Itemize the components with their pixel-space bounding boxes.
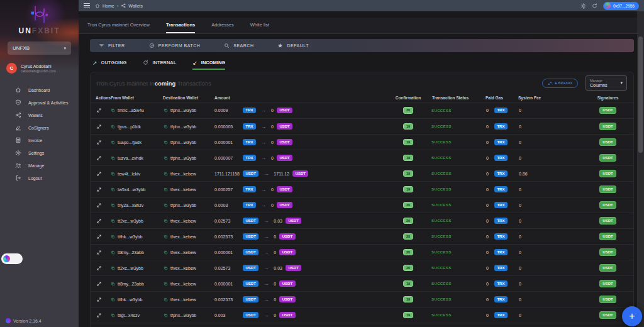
sidebar-item-invoice[interactable]: Invoice (0, 134, 79, 147)
sidebar-item-settings[interactable]: Settings (0, 147, 79, 159)
copy-icon[interactable] (111, 282, 115, 286)
perform-batch-button[interactable]: PERFORM BATCH (149, 43, 201, 48)
destination-wallet-address[interactable]: tfvex...kebew (170, 187, 196, 192)
add-button[interactable]: + (622, 306, 642, 326)
copy-icon[interactable] (111, 108, 115, 113)
copy-icon[interactable] (111, 297, 115, 302)
destination-wallet-address[interactable]: tfvex...kebew (170, 266, 196, 270)
organization-select[interactable]: UNFXB ▾ (8, 42, 71, 55)
copy-icon[interactable] (164, 125, 168, 129)
copy-icon[interactable] (111, 125, 115, 129)
from-wallet-address[interactable]: ttlgt...x4szv (118, 313, 140, 318)
manage-columns-select[interactable]: Manage Columns ▾ (586, 75, 627, 91)
destination-wallet-address[interactable]: tfvex...kebew (170, 297, 196, 302)
from-wallet-address[interactable]: tmtrc...a5w4u (118, 108, 144, 113)
scrollbar-thumb[interactable] (638, 36, 643, 153)
expand-button[interactable]: EXPAND (542, 79, 578, 88)
copy-icon[interactable] (111, 156, 115, 160)
expand-row-icon[interactable] (96, 265, 102, 271)
destination-wallet-address[interactable]: tfphx...w3ybb (170, 125, 196, 129)
sidebar-item-manage[interactable]: Manage (0, 159, 79, 172)
tab-transactions[interactable]: Transactions (166, 18, 195, 33)
from-wallet-address[interactable]: tt2xc...w3ybb (118, 219, 143, 223)
expand-row-icon[interactable] (96, 313, 102, 318)
menu-toggle-icon[interactable] (84, 3, 90, 8)
vertical-scrollbar[interactable] (637, 11, 644, 327)
copy-icon[interactable] (111, 203, 115, 208)
from-wallet-address[interactable]: tt8my...23abb (118, 282, 144, 286)
tab-white-list[interactable]: White list (250, 18, 269, 33)
tab-internal[interactable]: INTERNAL (143, 58, 176, 70)
widget-launcher-button[interactable] (1, 253, 23, 264)
destination-wallet-address[interactable]: tfphx...w3ybb (170, 140, 196, 145)
from-wallet-address[interactable]: tt8my...23abb (118, 250, 144, 255)
copy-icon[interactable] (164, 250, 168, 255)
copy-icon[interactable] (164, 297, 168, 302)
sidebar-item-cosigners[interactable]: CoSigners (0, 121, 79, 134)
expand-row-icon[interactable] (96, 108, 102, 113)
expand-row-icon[interactable] (96, 171, 102, 177)
tab-tron-cyrus-mainnet-overview[interactable]: Tron Cyrus mainnet Overview (87, 18, 150, 33)
copy-icon[interactable] (164, 235, 168, 239)
copy-icon[interactable] (111, 140, 115, 145)
copy-icon[interactable] (111, 172, 115, 176)
destination-wallet-address[interactable]: tfvex...kebew (170, 282, 196, 286)
expand-row-icon[interactable] (96, 218, 102, 224)
destination-wallet-address[interactable]: tfvex...kebew (170, 172, 196, 176)
theme-toggle-sun-icon[interactable] (580, 3, 586, 9)
destination-wallet-address[interactable]: tfphx...w3ybb (170, 203, 196, 208)
copy-icon[interactable] (111, 187, 115, 192)
expand-row-icon[interactable] (96, 281, 102, 287)
destination-wallet-address[interactable]: tfphx...w3ybb (170, 156, 196, 160)
sidebar-item-logout[interactable]: Logout (0, 172, 79, 184)
copy-icon[interactable] (164, 282, 168, 286)
copy-icon[interactable] (111, 235, 115, 239)
expand-row-icon[interactable] (96, 202, 102, 208)
search-button[interactable]: SEARCH (224, 43, 253, 48)
tab-addresses[interactable]: Addresses (211, 18, 233, 33)
breadcrumb-item-wallets[interactable]: Wallets (121, 3, 143, 8)
copy-icon[interactable] (164, 266, 168, 270)
copy-icon[interactable] (111, 219, 115, 223)
from-wallet-address[interactable]: ttfhk...w3ybb (118, 297, 142, 302)
connected-wallet-button[interactable]: 0x97...2956 (603, 2, 639, 10)
destination-wallet-address[interactable]: tfphx...w3ybb (170, 313, 196, 318)
destination-wallet-address[interactable]: tfvex...kebew (170, 235, 196, 239)
copy-icon[interactable] (164, 187, 168, 192)
from-wallet-address[interactable]: tt2xc...w3ybb (118, 266, 143, 270)
copy-icon[interactable] (111, 313, 115, 318)
expand-row-icon[interactable] (96, 297, 102, 302)
destination-wallet-address[interactable]: tfphx...w3ybb (170, 108, 196, 113)
from-wallet-address[interactable]: tew4t...ickiv (118, 172, 140, 176)
tab-outgoing[interactable]: ↗OUTGOING (92, 58, 126, 70)
from-wallet-address[interactable]: tw5x4...w3ybb (118, 187, 145, 192)
sidebar-item-approval-activities[interactable]: Approval & Activities (0, 96, 79, 109)
expand-row-icon[interactable] (96, 187, 102, 192)
expand-row-icon[interactable] (96, 155, 102, 161)
copy-icon[interactable] (164, 219, 168, 223)
sidebar-item-wallets[interactable]: Wallets (0, 109, 79, 121)
copy-icon[interactable] (164, 172, 168, 176)
sidebar-item-dashboard[interactable]: Dashboard (0, 84, 79, 96)
default-button[interactable]: DEFAULT (277, 43, 309, 48)
expand-row-icon[interactable] (96, 124, 102, 130)
copy-icon[interactable] (111, 250, 115, 255)
user-profile[interactable]: C Cyrus Abdollahi cabdollahi@unfxb.com (0, 63, 79, 74)
destination-wallet-address[interactable]: tfvex...kebew (170, 219, 196, 223)
copy-icon[interactable] (164, 108, 168, 113)
refresh-icon[interactable] (592, 3, 597, 9)
from-wallet-address[interactable]: tuzva...cvhdk (118, 156, 143, 160)
from-wallet-address[interactable]: tjyus...p1ldk (118, 125, 141, 129)
copy-icon[interactable] (164, 313, 168, 318)
from-wallet-address[interactable]: tuapo...fjadk (118, 140, 142, 145)
expand-row-icon[interactable] (96, 140, 102, 145)
expand-row-icon[interactable] (96, 234, 102, 240)
expand-row-icon[interactable] (96, 250, 102, 255)
breadcrumb-item-home[interactable]: Home (95, 3, 114, 8)
tab-incoming[interactable]: ↙INCOMING (192, 58, 225, 70)
from-wallet-address[interactable]: tny2a...x8hzv (118, 203, 143, 208)
destination-wallet-address[interactable]: tfvex...kebew (170, 250, 196, 255)
copy-icon[interactable] (164, 203, 168, 208)
from-wallet-address[interactable]: ttfhk...w3ybb (118, 235, 142, 239)
filter-button[interactable]: FILTER (99, 43, 125, 48)
